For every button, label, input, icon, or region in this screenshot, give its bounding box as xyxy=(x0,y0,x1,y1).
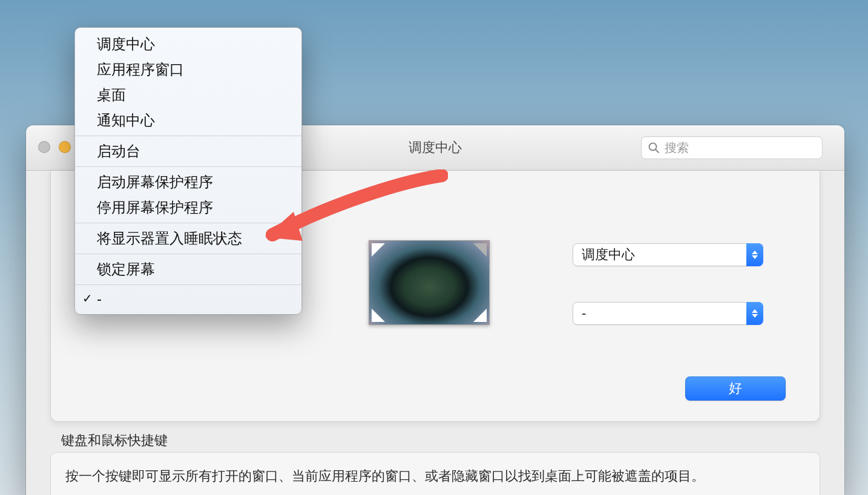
menu-item-desktop[interactable]: 桌面 xyxy=(75,82,301,108)
hot-corner-action-menu[interactable]: 调度中心 应用程序窗口 桌面 通知中心 启动台 启动屏幕保护程序 停用屏幕保护程… xyxy=(74,27,302,315)
hot-corner-top-right-popup[interactable]: 调度中心 xyxy=(573,243,763,266)
menu-item-notification-center[interactable]: 通知中心 xyxy=(75,108,301,133)
search-icon xyxy=(648,142,660,154)
screen-thumbnail xyxy=(369,240,490,325)
menu-item-sleep-display[interactable]: 将显示器置入睡眠状态 xyxy=(75,226,301,251)
popup-value: 调度中心 xyxy=(582,246,635,264)
hot-corner-bottom-left-indicator xyxy=(372,309,385,322)
menu-separator xyxy=(75,254,301,254)
svg-line-1 xyxy=(656,149,659,152)
popup-value: - xyxy=(582,306,586,321)
hot-corner-top-left-indicator xyxy=(372,243,385,257)
menu-item-launchpad[interactable]: 启动台 xyxy=(75,139,301,164)
section-label: 键盘和鼠标快捷键 xyxy=(61,431,168,450)
shortcuts-panel: 按一个按键即可显示所有打开的窗口、当前应用程序的窗口、或者隐藏窗口以找到桌面上可… xyxy=(50,452,820,495)
search-input[interactable] xyxy=(665,141,816,155)
wallpaper-thumbnail xyxy=(369,241,489,324)
menu-separator xyxy=(75,284,301,285)
menu-item-app-windows[interactable]: 应用程序窗口 xyxy=(75,57,301,82)
hot-corner-bottom-right-popup[interactable]: - xyxy=(573,302,763,325)
menu-separator xyxy=(75,166,301,167)
hot-corner-bottom-right-indicator xyxy=(473,309,487,322)
shortcuts-description: 按一个按键即可显示所有打开的窗口、当前应用程序的窗口、或者隐藏窗口以找到桌面上可… xyxy=(65,466,805,486)
menu-item-none[interactable]: - xyxy=(75,287,301,310)
menu-item-stop-screensaver[interactable]: 停用屏幕保护程序 xyxy=(75,195,301,220)
menu-separator xyxy=(75,136,301,136)
menu-item-lock-screen[interactable]: 锁定屏幕 xyxy=(75,257,301,282)
popup-stepper-icon xyxy=(746,302,763,325)
menu-item-start-screensaver[interactable]: 启动屏幕保护程序 xyxy=(75,169,301,195)
hot-corner-top-right-indicator xyxy=(473,243,487,257)
menu-separator xyxy=(75,223,301,223)
search-field[interactable] xyxy=(641,136,823,159)
ok-button[interactable]: 好 xyxy=(685,376,786,401)
popup-stepper-icon xyxy=(746,243,763,266)
menu-item-mission-control[interactable]: 调度中心 xyxy=(75,31,301,57)
